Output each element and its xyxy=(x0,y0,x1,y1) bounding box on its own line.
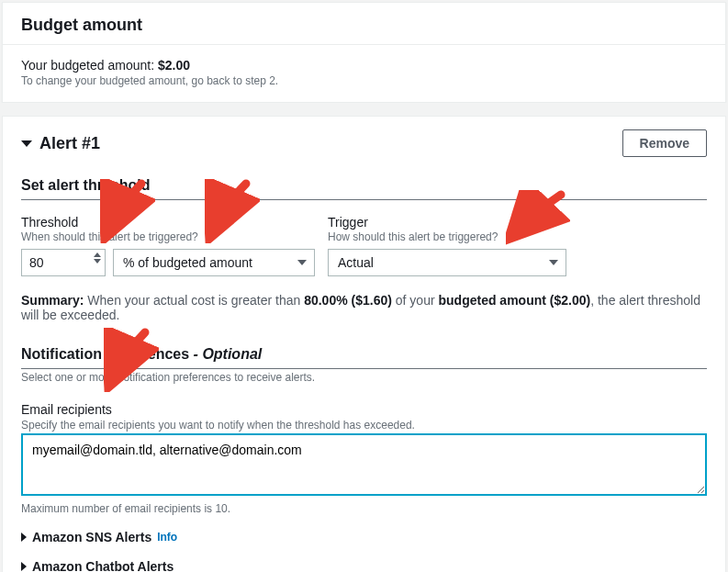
trigger-column: Trigger How should this alert be trigger… xyxy=(328,215,566,276)
notif-help: Select one or more notification preferen… xyxy=(21,371,707,384)
chevron-down-icon xyxy=(297,260,307,265)
chatbot-label: Amazon Chatbot Alerts xyxy=(32,559,174,572)
chevron-down-icon xyxy=(549,260,558,265)
remove-button[interactable]: Remove xyxy=(622,129,707,157)
info-link[interactable]: Info xyxy=(157,531,177,544)
summary-budget: budgeted amount ($2.00) xyxy=(438,293,590,308)
summary-line: Summary: When your actual cost is greate… xyxy=(21,293,707,322)
alert-toggle[interactable]: Alert #1 xyxy=(21,134,100,153)
email-help: Specify the email recipients you want to… xyxy=(21,419,707,432)
threshold-input[interactable]: 80 xyxy=(21,249,106,276)
caret-right-icon xyxy=(21,562,27,571)
trigger-value: Actual xyxy=(338,255,374,270)
summary-text-b: of your xyxy=(392,293,439,308)
sns-label: Amazon SNS Alerts xyxy=(32,530,151,544)
alert-title-text: Alert #1 xyxy=(39,134,100,153)
trigger-help: How should this alert be triggered? xyxy=(328,230,566,243)
email-label: Email recipients xyxy=(21,402,707,417)
notif-optional: - Optional xyxy=(189,346,262,362)
threshold-label: Threshold xyxy=(21,215,315,230)
budget-hint: To change your budgeted amount, go back … xyxy=(21,74,707,87)
email-recipients-input[interactable] xyxy=(21,433,707,496)
budget-amount-line: Your budgeted amount: $2.00 xyxy=(21,58,707,73)
caret-down-icon xyxy=(21,140,32,147)
threshold-row: Threshold When should this alert be trig… xyxy=(21,215,707,276)
notif-section-title: Notification preferences - Optional xyxy=(21,346,707,369)
budget-amount-value: $2.00 xyxy=(158,58,190,73)
summary-pct: 80.00% ($1.60) xyxy=(304,293,392,308)
caret-right-icon xyxy=(21,533,27,542)
alert-header: Alert #1 Remove xyxy=(21,117,707,170)
trigger-label: Trigger xyxy=(328,215,566,230)
notif-title-text: Notification preferences xyxy=(21,346,189,362)
summary-text-a: When your actual cost is greater than xyxy=(84,293,304,308)
summary-prefix: Summary: xyxy=(21,293,84,308)
chatbot-expander[interactable]: Amazon Chatbot Alerts xyxy=(21,559,707,572)
threshold-column: Threshold When should this alert be trig… xyxy=(21,215,315,276)
threshold-section-title: Set alert threshold xyxy=(21,177,707,200)
budget-title: Budget amount xyxy=(3,3,725,44)
stepper-up-icon[interactable] xyxy=(94,252,101,257)
threshold-value: 80 xyxy=(29,255,44,270)
budget-amount-prefix: Your budgeted amount: xyxy=(21,58,158,73)
budget-body: Your budgeted amount: $2.00 To change yo… xyxy=(3,44,725,102)
threshold-help: When should this alert be triggered? xyxy=(21,230,315,243)
email-max-note: Maximum number of email recipients is 10… xyxy=(21,502,707,515)
threshold-unit-value: % of budgeted amount xyxy=(123,255,252,270)
budget-panel: Budget amount Your budgeted amount: $2.0… xyxy=(2,2,726,103)
trigger-select[interactable]: Actual xyxy=(328,249,566,276)
threshold-unit-select[interactable]: % of budgeted amount xyxy=(113,249,315,276)
sns-expander[interactable]: Amazon SNS Alerts Info xyxy=(21,530,707,544)
alert-panel: Alert #1 Remove Set alert threshold Thre… xyxy=(2,116,726,572)
stepper-down-icon[interactable] xyxy=(94,259,101,264)
